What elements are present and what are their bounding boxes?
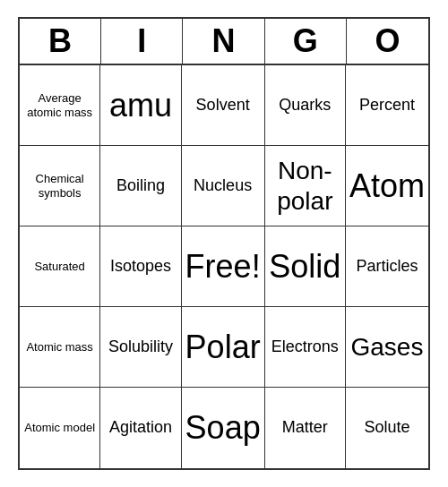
bingo-cell-19: Gases — [346, 307, 428, 388]
bingo-cell-text-7: Nucleus — [194, 176, 252, 196]
bingo-cell-text-10: Saturated — [34, 260, 84, 274]
header-letter-n: N — [183, 19, 264, 64]
bingo-cell-text-24: Solute — [364, 418, 409, 438]
bingo-cell-text-1: amu — [109, 86, 172, 124]
bingo-cell-9: Atom — [346, 146, 428, 226]
bingo-cell-text-6: Boiling — [116, 176, 165, 196]
bingo-cell-10: Saturated — [20, 226, 100, 307]
bingo-cell-text-23: Matter — [282, 418, 328, 438]
bingo-cell-14: Particles — [346, 226, 428, 307]
bingo-cell-6: Boiling — [100, 146, 181, 226]
bingo-cell-text-19: Gases — [351, 332, 424, 363]
bingo-cell-24: Solute — [346, 388, 428, 468]
bingo-cell-text-14: Particles — [356, 257, 418, 277]
bingo-cell-16: Solubility — [100, 307, 181, 388]
bingo-cell-text-12: Free! — [185, 247, 261, 286]
bingo-cell-text-20: Atomic model — [24, 421, 95, 435]
bingo-cell-text-5: Chemical symbols — [23, 172, 96, 200]
bingo-cell-4: Percent — [346, 65, 428, 146]
bingo-cell-text-21: Agitation — [109, 418, 172, 438]
bingo-cell-text-13: Solid — [269, 247, 340, 286]
bingo-cell-8: Non-polar — [265, 146, 346, 226]
bingo-card: BINGO Average atomic massamuSolventQuark… — [18, 17, 430, 470]
bingo-cell-5: Chemical symbols — [20, 146, 100, 226]
bingo-cell-text-17: Polar — [185, 328, 261, 366]
bingo-cell-text-18: Electrons — [271, 337, 339, 357]
bingo-cell-text-2: Solvent — [196, 96, 250, 115]
bingo-cell-18: Electrons — [265, 307, 346, 388]
bingo-cell-15: Atomic mass — [20, 307, 100, 388]
header-letter-g: G — [265, 19, 347, 64]
bingo-cell-text-0: Average atomic mass — [23, 91, 96, 119]
bingo-cell-2: Solvent — [182, 65, 265, 146]
bingo-cell-7: Nucleus — [182, 146, 265, 226]
bingo-header: BINGO — [20, 19, 428, 65]
bingo-cell-3: Quarks — [265, 65, 346, 146]
bingo-cell-0: Average atomic mass — [20, 65, 100, 146]
header-letter-b: B — [20, 19, 101, 64]
bingo-cell-text-15: Atomic mass — [26, 340, 92, 355]
header-letter-i: I — [101, 19, 183, 64]
bingo-cell-23: Matter — [265, 388, 346, 468]
bingo-grid: Average atomic massamuSolventQuarksPerce… — [20, 65, 428, 468]
bingo-cell-text-9: Atom — [349, 167, 425, 205]
bingo-cell-1: amu — [100, 65, 181, 146]
bingo-cell-text-16: Solubility — [108, 337, 173, 357]
bingo-cell-text-3: Quarks — [279, 96, 331, 115]
bingo-cell-22: Soap — [182, 388, 265, 468]
bingo-cell-20: Atomic model — [20, 388, 100, 468]
bingo-cell-21: Agitation — [100, 388, 181, 468]
bingo-cell-12: Free! — [182, 226, 265, 307]
bingo-cell-17: Polar — [182, 307, 265, 388]
bingo-cell-text-4: Percent — [359, 96, 415, 115]
bingo-cell-text-22: Soap — [185, 408, 261, 447]
header-letter-o: O — [347, 19, 428, 64]
bingo-cell-text-11: Isotopes — [110, 257, 171, 277]
bingo-cell-text-8: Non-polar — [269, 156, 341, 216]
bingo-cell-11: Isotopes — [100, 226, 181, 307]
bingo-cell-13: Solid — [265, 226, 346, 307]
